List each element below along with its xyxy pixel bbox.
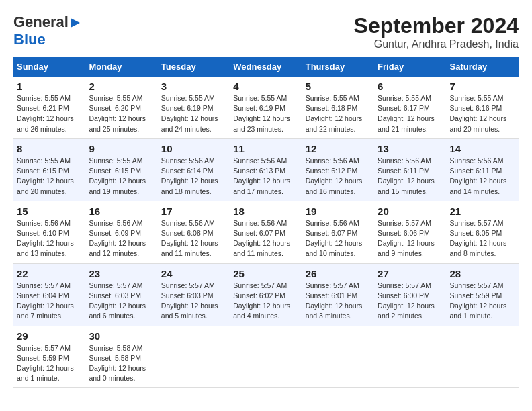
week-row-3: 15Sunrise: 5:56 AMSunset: 6:10 PMDayligh… bbox=[13, 201, 519, 263]
day-info: Sunrise: 5:56 AMSunset: 6:09 PMDaylight:… bbox=[89, 218, 154, 259]
header-row: SundayMondayTuesdayWednesdayThursdayFrid… bbox=[13, 57, 519, 77]
day-cell: 18Sunrise: 5:56 AMSunset: 6:07 PMDayligh… bbox=[230, 201, 302, 263]
day-cell: 5Sunrise: 5:55 AMSunset: 6:18 PMDaylight… bbox=[302, 77, 374, 138]
day-info: Sunrise: 5:57 AMSunset: 5:59 PMDaylight:… bbox=[17, 343, 82, 384]
day-cell bbox=[447, 326, 519, 388]
day-cell bbox=[158, 326, 230, 388]
day-cell: 24Sunrise: 5:57 AMSunset: 6:03 PMDayligh… bbox=[158, 263, 230, 326]
day-number: 10 bbox=[161, 143, 226, 154]
day-cell: 14Sunrise: 5:56 AMSunset: 6:11 PMDayligh… bbox=[447, 138, 519, 201]
day-number: 30 bbox=[89, 330, 154, 342]
day-number: 23 bbox=[89, 268, 154, 279]
header-cell-sunday: Sunday bbox=[13, 57, 85, 77]
day-cell: 13Sunrise: 5:56 AMSunset: 6:11 PMDayligh… bbox=[374, 138, 446, 201]
day-info: Sunrise: 5:55 AMSunset: 6:18 PMDaylight:… bbox=[306, 93, 371, 134]
day-number: 28 bbox=[450, 268, 515, 279]
day-cell: 7Sunrise: 5:55 AMSunset: 6:16 PMDaylight… bbox=[447, 77, 519, 138]
week-row-2: 8Sunrise: 5:55 AMSunset: 6:15 PMDaylight… bbox=[13, 138, 519, 201]
day-info: Sunrise: 5:55 AMSunset: 6:19 PMDaylight:… bbox=[233, 93, 298, 134]
day-number: 4 bbox=[233, 81, 298, 92]
day-info: Sunrise: 5:56 AMSunset: 6:10 PMDaylight:… bbox=[17, 218, 82, 259]
day-number: 8 bbox=[17, 143, 82, 154]
day-number: 27 bbox=[378, 268, 443, 279]
day-info: Sunrise: 5:55 AMSunset: 6:15 PMDaylight:… bbox=[17, 156, 82, 197]
day-number: 21 bbox=[450, 205, 515, 217]
calendar-table: SundayMondayTuesdayWednesdayThursdayFrid… bbox=[13, 57, 519, 388]
page-header: General Blue September 2024 Guntur, Andh… bbox=[13, 13, 519, 50]
day-info: Sunrise: 5:57 AMSunset: 6:05 PMDaylight:… bbox=[450, 218, 515, 259]
day-number: 14 bbox=[450, 143, 515, 154]
day-number: 13 bbox=[378, 143, 443, 154]
day-number: 5 bbox=[306, 81, 371, 92]
day-number: 6 bbox=[378, 81, 443, 92]
logo-text-general: General bbox=[13, 13, 69, 31]
day-info: Sunrise: 5:55 AMSunset: 6:19 PMDaylight:… bbox=[161, 93, 226, 134]
day-cell: 27Sunrise: 5:57 AMSunset: 6:00 PMDayligh… bbox=[374, 263, 446, 326]
header-cell-thursday: Thursday bbox=[302, 57, 374, 77]
header-cell-tuesday: Tuesday bbox=[158, 57, 230, 77]
day-info: Sunrise: 5:55 AMSunset: 6:16 PMDaylight:… bbox=[450, 93, 515, 134]
day-cell: 25Sunrise: 5:57 AMSunset: 6:02 PMDayligh… bbox=[230, 263, 302, 326]
day-cell: 21Sunrise: 5:57 AMSunset: 6:05 PMDayligh… bbox=[447, 201, 519, 263]
day-cell: 6Sunrise: 5:55 AMSunset: 6:17 PMDaylight… bbox=[374, 77, 446, 138]
day-cell: 23Sunrise: 5:57 AMSunset: 6:03 PMDayligh… bbox=[85, 263, 157, 326]
day-cell bbox=[374, 326, 446, 388]
day-number: 7 bbox=[450, 81, 515, 92]
title-block: September 2024 Guntur, Andhra Pradesh, I… bbox=[354, 13, 519, 50]
day-number: 16 bbox=[89, 205, 154, 217]
day-info: Sunrise: 5:55 AMSunset: 6:15 PMDaylight:… bbox=[89, 156, 154, 197]
day-cell bbox=[302, 326, 374, 388]
day-cell: 26Sunrise: 5:57 AMSunset: 6:01 PMDayligh… bbox=[302, 263, 374, 326]
day-number: 19 bbox=[306, 205, 371, 217]
svg-marker-0 bbox=[71, 18, 80, 28]
calendar-subtitle: Guntur, Andhra Pradesh, India bbox=[354, 38, 519, 50]
logo: General Blue bbox=[13, 13, 81, 48]
logo-arrow-icon bbox=[69, 17, 81, 29]
day-cell: 19Sunrise: 5:56 AMSunset: 6:07 PMDayligh… bbox=[302, 201, 374, 263]
day-cell: 4Sunrise: 5:55 AMSunset: 6:19 PMDaylight… bbox=[230, 77, 302, 138]
day-number: 15 bbox=[17, 205, 82, 217]
day-info: Sunrise: 5:58 AMSunset: 5:58 PMDaylight:… bbox=[89, 343, 154, 384]
week-row-1: 1Sunrise: 5:55 AMSunset: 6:21 PMDaylight… bbox=[13, 77, 519, 138]
day-cell: 16Sunrise: 5:56 AMSunset: 6:09 PMDayligh… bbox=[85, 201, 157, 263]
day-cell bbox=[230, 326, 302, 388]
day-number: 29 bbox=[17, 330, 82, 342]
logo-text-blue: Blue bbox=[13, 31, 46, 48]
week-row-5: 29Sunrise: 5:57 AMSunset: 5:59 PMDayligh… bbox=[13, 326, 519, 388]
day-number: 3 bbox=[161, 81, 226, 92]
day-info: Sunrise: 5:57 AMSunset: 6:04 PMDaylight:… bbox=[17, 281, 82, 322]
day-info: Sunrise: 5:56 AMSunset: 6:12 PMDaylight:… bbox=[306, 156, 371, 197]
day-info: Sunrise: 5:57 AMSunset: 6:06 PMDaylight:… bbox=[378, 218, 443, 259]
day-cell: 1Sunrise: 5:55 AMSunset: 6:21 PMDaylight… bbox=[13, 77, 85, 138]
header-cell-friday: Friday bbox=[374, 57, 446, 77]
day-info: Sunrise: 5:56 AMSunset: 6:07 PMDaylight:… bbox=[233, 218, 298, 259]
day-info: Sunrise: 5:57 AMSunset: 5:59 PMDaylight:… bbox=[450, 281, 515, 322]
day-cell: 20Sunrise: 5:57 AMSunset: 6:06 PMDayligh… bbox=[374, 201, 446, 263]
day-info: Sunrise: 5:56 AMSunset: 6:11 PMDaylight:… bbox=[450, 156, 515, 197]
day-cell: 17Sunrise: 5:56 AMSunset: 6:08 PMDayligh… bbox=[158, 201, 230, 263]
header-cell-saturday: Saturday bbox=[447, 57, 519, 77]
day-info: Sunrise: 5:56 AMSunset: 6:07 PMDaylight:… bbox=[306, 218, 371, 259]
day-number: 11 bbox=[233, 143, 298, 154]
day-number: 20 bbox=[378, 205, 443, 217]
day-cell: 28Sunrise: 5:57 AMSunset: 5:59 PMDayligh… bbox=[447, 263, 519, 326]
day-info: Sunrise: 5:57 AMSunset: 6:00 PMDaylight:… bbox=[378, 281, 443, 322]
day-info: Sunrise: 5:56 AMSunset: 6:13 PMDaylight:… bbox=[233, 156, 298, 197]
day-number: 25 bbox=[233, 268, 298, 279]
day-number: 2 bbox=[89, 81, 154, 92]
day-number: 17 bbox=[161, 205, 226, 217]
day-number: 26 bbox=[306, 268, 371, 279]
day-cell: 9Sunrise: 5:55 AMSunset: 6:15 PMDaylight… bbox=[85, 138, 157, 201]
day-cell: 12Sunrise: 5:56 AMSunset: 6:12 PMDayligh… bbox=[302, 138, 374, 201]
day-info: Sunrise: 5:56 AMSunset: 6:14 PMDaylight:… bbox=[161, 156, 226, 197]
day-number: 1 bbox=[17, 81, 82, 92]
day-info: Sunrise: 5:55 AMSunset: 6:17 PMDaylight:… bbox=[378, 93, 443, 134]
day-cell: 3Sunrise: 5:55 AMSunset: 6:19 PMDaylight… bbox=[158, 77, 230, 138]
day-info: Sunrise: 5:56 AMSunset: 6:08 PMDaylight:… bbox=[161, 218, 226, 259]
week-row-4: 22Sunrise: 5:57 AMSunset: 6:04 PMDayligh… bbox=[13, 263, 519, 326]
day-info: Sunrise: 5:57 AMSunset: 6:03 PMDaylight:… bbox=[161, 281, 226, 322]
day-cell: 29Sunrise: 5:57 AMSunset: 5:59 PMDayligh… bbox=[13, 326, 85, 388]
header-cell-monday: Monday bbox=[85, 57, 157, 77]
day-number: 24 bbox=[161, 268, 226, 279]
day-number: 18 bbox=[233, 205, 298, 217]
